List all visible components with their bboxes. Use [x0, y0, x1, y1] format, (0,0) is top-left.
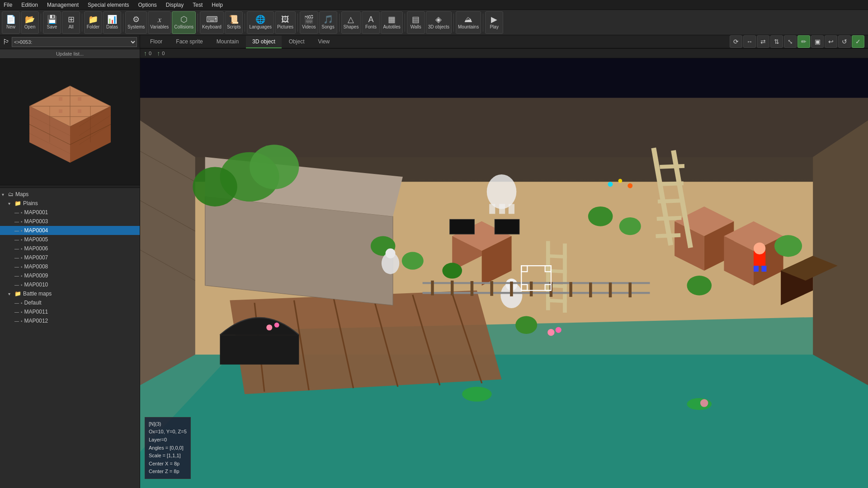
main-layout: 🏳 <>0053: Update list... — [0, 35, 868, 488]
svg-point-112 — [266, 324, 272, 330]
view-draw-btn[interactable]: ✏ — [797, 35, 810, 48]
svg-point-67 — [193, 167, 237, 206]
view-select-btn[interactable]: ▣ — [811, 35, 824, 48]
toolbar-btn-play[interactable]: ▶Play — [485, 11, 503, 34]
tree-map-MAP0001[interactable]: — ▪ MAP0001 — [0, 208, 140, 217]
mountains-label: Mountains — [458, 24, 479, 29]
svg-rect-103 — [495, 219, 519, 234]
svg-point-73 — [687, 276, 712, 296]
tree-plains-group[interactable]: ▾ 📁 Plains — [0, 199, 140, 208]
play-icon: ▶ — [491, 15, 497, 23]
toolbar-btn-all[interactable]: ⊞All — [62, 11, 80, 34]
toolbar-btn-open[interactable]: 📂Open — [21, 11, 39, 34]
menu-test[interactable]: Test — [191, 2, 204, 8]
toolbar-separator — [483, 14, 483, 32]
new-icon: 📄 — [6, 15, 16, 23]
svg-point-105 — [618, 179, 623, 183]
view-redo-btn[interactable]: ↺ — [838, 35, 851, 48]
autotiles-icon: ▦ — [388, 15, 396, 23]
tree-map-MAP0009[interactable]: — ▪ MAP0009 — [0, 271, 140, 280]
tree-map-MAP0006[interactable]: — ▪ MAP0006 — [0, 244, 140, 253]
menu-display[interactable]: Display — [164, 2, 185, 8]
svg-point-71 — [588, 206, 613, 226]
tab-3d-object[interactable]: 3D object — [246, 36, 282, 48]
menu-options[interactable]: Options — [136, 2, 158, 8]
toolbar-btn-mountains[interactable]: ⛰Mountains — [456, 11, 481, 34]
toolbar-btn-pictures[interactable]: 🖼Pictures — [275, 11, 296, 34]
view-refresh-btn[interactable]: ⟳ — [730, 35, 742, 48]
menu-help[interactable]: Help — [210, 2, 225, 8]
tree-map-MAP0003[interactable]: — ▪ MAP0003 — [0, 217, 140, 226]
map-selector-dropdown[interactable]: <>0053: — [12, 37, 137, 47]
view-rotate-x-btn[interactable]: ⇄ — [757, 35, 769, 48]
languages-label: Languages — [249, 24, 272, 29]
toolbar-separator — [453, 14, 454, 32]
toolbar-btn-songs[interactable]: 🎵Songs — [319, 11, 337, 34]
save-label: Save — [47, 24, 57, 29]
tree-map-MAP0010[interactable]: — ▪ MAP0010 — [0, 280, 140, 289]
view-confirm-btn[interactable]: ✓ — [852, 35, 864, 48]
systems-icon: ⚙ — [132, 15, 140, 23]
tab-floor[interactable]: Floor — [144, 36, 169, 48]
tree-default-item[interactable]: — ▪ Default — [0, 298, 140, 307]
menu-edition[interactable]: Edition — [19, 2, 40, 8]
coord-row2: ↑ 0 — [157, 50, 165, 57]
tree-battle-maps-group[interactable]: ▾ 📁 Battle maps — [0, 289, 140, 298]
toolbar-btn-collisions[interactable]: ⬡Collisions — [172, 11, 196, 34]
tree-map-MAP0004[interactable]: — ▪ MAP0004 — [0, 226, 140, 235]
tree-map-MAP0005[interactable]: — ▪ MAP0005 — [0, 235, 140, 244]
toolbar-separator — [82, 14, 82, 32]
toolbar-btn-keyboard[interactable]: ⌨Keyboard — [200, 11, 224, 34]
tree-map-MAP0011[interactable]: — ▪ MAP0011 — [0, 307, 140, 316]
tabs-row: Floor Face sprite Mountain 3D object Obj… — [140, 35, 868, 49]
toolbar-btn-languages[interactable]: 🌐Languages — [247, 11, 274, 34]
tree-map-MAP0012[interactable]: — ▪ MAP0012 — [0, 316, 140, 325]
tab-object[interactable]: Object — [283, 36, 311, 48]
toolbar-btn-fonts[interactable]: AFonts — [362, 11, 380, 34]
toolbar-btn-shapes[interactable]: △Shapes — [341, 11, 361, 34]
toolbar-separator — [339, 14, 340, 32]
toolbar-btn-walls[interactable]: ▤Walls — [407, 11, 425, 34]
view-toolbar: ⟳ ↔ ⇄ ⇅ ⤡ ✏ ▣ ↩ ↺ ✓ — [730, 35, 864, 48]
map-viewport[interactable]: [N](3) Ox=10, Y=0, Z=5 Layer=0 Angles = … — [140, 58, 868, 488]
toolbar-btn-videos[interactable]: 🎬Videos — [300, 11, 318, 34]
save-icon: 💾 — [47, 15, 57, 23]
shapes-icon: △ — [348, 15, 354, 23]
view-undo-btn[interactable]: ↩ — [825, 35, 837, 48]
update-list-button[interactable]: Update list... — [0, 49, 140, 59]
scene-canvas: [N](3) Ox=10, Y=0, Z=5 Layer=0 Angles = … — [140, 58, 868, 488]
menu-management[interactable]: Management — [45, 2, 80, 8]
view-rotate-y-btn[interactable]: ⇅ — [770, 35, 783, 48]
svg-rect-15 — [78, 109, 81, 113]
tree-map-MAP0007[interactable]: — ▪ MAP0007 — [0, 253, 140, 262]
toolbar-btn-variables[interactable]: 𝑥Variables — [148, 11, 171, 34]
svg-rect-102 — [450, 219, 475, 234]
systems-label: Systems — [127, 24, 145, 29]
toolbar-btn-folder[interactable]: 📁Folder — [84, 11, 102, 34]
fonts-label: Fonts — [365, 24, 377, 29]
view-move-btn[interactable]: ↔ — [743, 35, 756, 48]
toolbar-btn-datas[interactable]: 📊Datas — [103, 11, 121, 34]
coord-value-2: 0 — [162, 51, 165, 56]
toolbar-btn-scripts[interactable]: 📜Scripts — [225, 11, 243, 34]
tab-view[interactable]: View — [311, 36, 336, 48]
tree-map-MAP0008[interactable]: — ▪ MAP0008 — [0, 262, 140, 271]
svg-point-114 — [547, 329, 554, 336]
toolbar-btn-3dobjects[interactable]: ◈3D objects — [426, 11, 452, 34]
toolbar-separator — [41, 14, 41, 32]
toolbar-btn-save[interactable]: 💾Save — [43, 11, 61, 34]
view-scale-btn[interactable]: ⤡ — [784, 35, 797, 48]
3dobjects-label: 3D objects — [428, 24, 449, 29]
menu-special-elements[interactable]: Special elements — [86, 2, 131, 8]
toolbar-separator — [245, 14, 245, 32]
tree-maps-root[interactable]: ▾ 🗂 Maps — [0, 190, 140, 199]
toolbar-separator — [198, 14, 198, 32]
tab-face-sprite[interactable]: Face sprite — [170, 36, 209, 48]
svg-point-113 — [274, 323, 279, 328]
toolbar-btn-autotiles[interactable]: ▦Autotiles — [381, 11, 402, 34]
menu-file[interactable]: File — [2, 2, 14, 8]
toolbar-btn-new[interactable]: 📄New — [2, 11, 20, 34]
tab-mountain[interactable]: Mountain — [210, 36, 245, 48]
collisions-icon: ⬡ — [180, 15, 188, 23]
toolbar-btn-systems[interactable]: ⚙Systems — [125, 11, 147, 34]
